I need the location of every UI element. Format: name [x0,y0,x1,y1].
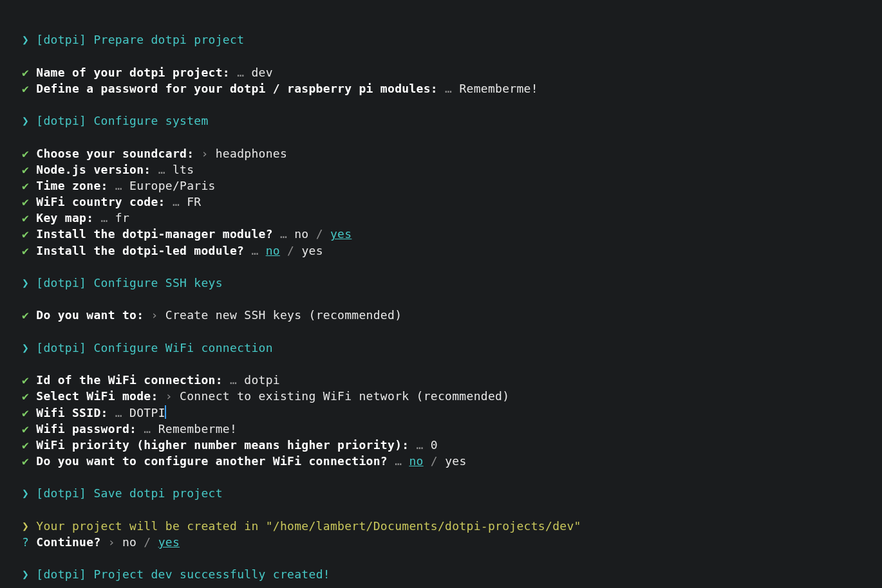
blank-line [22,550,860,566]
select-indicator: › [151,308,158,322]
check-icon: ✔ [22,211,29,225]
answer-value: lts [173,163,194,176]
ellipsis: … [115,406,122,419]
prompt-symbol: ❯ [22,114,29,127]
prompt-question: Install the dotpi-led module? [36,244,244,257]
save-path-message: Your project will be created in "/home/l… [36,519,581,533]
section-configure-system: Configure system [93,114,208,127]
blank-line [22,96,860,113]
prompt-symbol: ❯ [22,341,29,354]
prompt-question: Install the dotpi-manager module? [36,227,273,241]
dotpi-tag: [dotpi] [36,33,86,46]
check-icon: ✔ [22,422,29,436]
check-icon: ✔ [22,227,29,241]
check-icon: ✔ [22,66,29,79]
dotpi-tag: [dotpi] [36,276,86,289]
blank-line [22,129,860,145]
prompt-symbol: ❯ [22,486,29,500]
slash: / [280,244,301,257]
slash: / [424,454,445,468]
prompt-question: WiFi country code: [36,195,165,208]
ellipsis: … [101,211,108,225]
check-icon: ✔ [22,82,29,95]
answer-value: Europe/Paris [129,179,216,192]
prompt-question: Wifi SSID: [36,406,108,419]
answer-value: 0 [431,438,438,452]
check-icon: ✔ [22,373,29,387]
check-icon: ✔ [22,389,29,403]
question-icon: ? [22,535,29,549]
prompt-question: Continue? [36,535,100,549]
cursor-icon [165,405,166,419]
prompt-symbol: ❯ [22,276,29,289]
prompt-question: Choose your soundcard: [36,147,194,160]
answer-value: fr [115,211,129,225]
answer-value: headphones [216,147,287,160]
prompt-question: Key map: [36,211,93,225]
check-icon: ✔ [22,179,29,192]
blank-line [22,259,860,275]
section-save: Save dotpi project [93,486,222,500]
option-no-selected[interactable]: no [266,244,280,257]
option-yes[interactable]: yes [445,454,466,468]
check-icon: ✔ [22,406,29,419]
section-ssh: Configure SSH keys [93,276,222,289]
terminal-output: ❯ [dotpi] Prepare dotpi project ✔ Name o… [0,0,882,588]
option-yes[interactable]: yes [301,244,323,257]
section-wifi: Configure WiFi connection [93,341,272,354]
prompt-question: Select WiFi mode: [36,389,158,403]
ellipsis: … [417,438,424,452]
answer-value: Rememberme! [459,82,538,95]
prompt-question: WiFi priority (higher number means highe… [36,438,409,452]
answer-value: Rememberme! [158,422,238,436]
check-icon: ✔ [22,195,29,208]
prompt-question: Time zone: [36,179,108,192]
check-icon: ✔ [22,308,29,322]
answer-value: FR [187,195,201,208]
ellipsis: … [115,179,122,192]
prompt-question: Wifi password: [36,422,136,436]
select-indicator: › [108,535,115,549]
answer-value: dev [251,66,272,79]
prompt-question: Define a password for your dotpi / raspb… [36,82,438,95]
ellipsis: … [251,244,258,257]
option-no-selected[interactable]: no [409,454,423,468]
answer-value: Create new SSH keys (recommended) [165,308,402,322]
prompt-question: Id of the WiFi connection: [36,373,223,387]
option-no[interactable]: no [122,535,136,549]
ellipsis: … [395,454,402,468]
ellipsis: … [237,66,244,79]
prompt-question: Do you want to configure another WiFi co… [36,454,388,468]
check-icon: ✔ [22,163,29,176]
dotpi-tag: [dotpi] [36,567,86,581]
blank-line [22,502,860,518]
prompt-symbol: ❯ [22,567,29,581]
answer-value: Connect to existing WiFi network (recomm… [180,389,509,403]
select-indicator: › [201,147,208,160]
check-icon: ✔ [22,244,29,257]
ellipsis: … [173,195,180,208]
blank-line [22,324,860,340]
dotpi-tag: [dotpi] [36,486,86,500]
blank-line [22,48,860,64]
check-icon: ✔ [22,454,29,468]
option-yes-selected[interactable]: yes [330,227,352,241]
ellipsis: … [230,373,237,387]
option-yes-selected[interactable]: yes [158,535,180,549]
option-no[interactable]: no [294,227,308,241]
prompt-question: Do you want to: [36,308,144,322]
ellipsis: … [445,82,452,95]
check-icon: ✔ [22,147,29,160]
blank-line [22,291,860,307]
section-created: Project dev successfully created! [93,567,330,581]
dotpi-tag: [dotpi] [36,114,86,127]
ellipsis: … [280,227,287,241]
answer-value: dotpi [244,373,280,387]
section-prepare: Prepare dotpi project [93,33,244,46]
slash: / [136,535,158,549]
check-icon: ✔ [22,438,29,452]
ellipsis: … [144,422,151,436]
prompt-symbol: ❯ [22,519,29,533]
ellipsis: … [158,163,165,176]
prompt-question: Node.js version: [36,163,151,176]
